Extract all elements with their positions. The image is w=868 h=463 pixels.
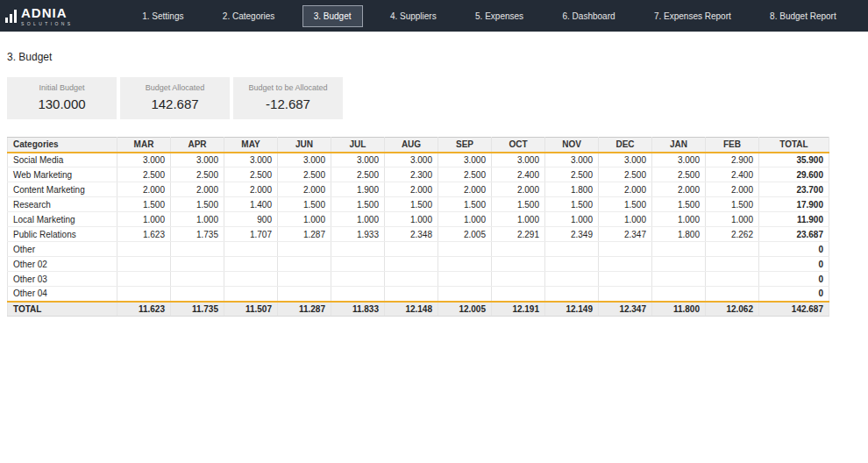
cell[interactable]: 1.800 bbox=[545, 182, 599, 197]
cell[interactable]: 1.000 bbox=[278, 212, 331, 227]
cell[interactable]: 2.000 bbox=[438, 182, 492, 197]
cell[interactable]: 1.707 bbox=[224, 227, 278, 242]
cell[interactable]: 2.000 bbox=[278, 182, 331, 197]
row-total[interactable]: 23.687 bbox=[759, 227, 829, 242]
cell[interactable] bbox=[599, 257, 652, 272]
cell[interactable] bbox=[545, 257, 599, 272]
cell[interactable]: 2.000 bbox=[599, 182, 652, 197]
row-category[interactable]: Local Marketing bbox=[8, 212, 117, 227]
cell[interactable]: 1.500 bbox=[331, 197, 385, 212]
cell[interactable] bbox=[385, 287, 438, 302]
cell[interactable]: 2.500 bbox=[438, 167, 492, 182]
cell[interactable] bbox=[706, 242, 759, 257]
cell[interactable]: 1.500 bbox=[117, 197, 171, 212]
cell[interactable] bbox=[331, 272, 385, 287]
cell[interactable]: 2.500 bbox=[331, 167, 385, 182]
cell[interactable]: 2.291 bbox=[492, 227, 545, 242]
cell[interactable]: 1.000 bbox=[492, 212, 545, 227]
cell[interactable]: 1.000 bbox=[385, 212, 438, 227]
cell[interactable]: 2.400 bbox=[492, 167, 545, 182]
cell[interactable]: 2.900 bbox=[706, 153, 759, 167]
cell[interactable]: 2.400 bbox=[706, 167, 759, 182]
cell[interactable]: 1.500 bbox=[278, 197, 331, 212]
row-total[interactable]: 0 bbox=[759, 257, 829, 272]
cell[interactable]: 2.000 bbox=[492, 182, 545, 197]
cell[interactable] bbox=[171, 272, 224, 287]
cell[interactable] bbox=[652, 242, 706, 257]
cell[interactable]: 1.900 bbox=[331, 182, 385, 197]
cell[interactable]: 1.623 bbox=[117, 227, 171, 242]
cell[interactable]: 3.000 bbox=[331, 153, 385, 167]
cell[interactable]: 2.500 bbox=[652, 167, 706, 182]
cell[interactable]: 3.000 bbox=[385, 153, 438, 167]
nav-tab-5[interactable]: 5. Expenses bbox=[464, 5, 535, 27]
cell[interactable]: 2.348 bbox=[385, 227, 438, 242]
cell[interactable]: 2.500 bbox=[545, 167, 599, 182]
nav-tab-4[interactable]: 4. Suppliers bbox=[379, 5, 448, 27]
cell[interactable] bbox=[545, 272, 599, 287]
cell[interactable]: 1.800 bbox=[652, 227, 706, 242]
cell[interactable] bbox=[652, 272, 706, 287]
cell[interactable] bbox=[224, 287, 278, 302]
cell[interactable]: 2.500 bbox=[171, 167, 224, 182]
cell[interactable] bbox=[117, 242, 171, 257]
cell[interactable] bbox=[171, 257, 224, 272]
cell[interactable]: 2.347 bbox=[599, 227, 652, 242]
cell[interactable] bbox=[599, 287, 652, 302]
cell[interactable] bbox=[278, 287, 331, 302]
row-total[interactable]: 17.900 bbox=[759, 197, 829, 212]
cell[interactable] bbox=[171, 287, 224, 302]
cell[interactable]: 2.500 bbox=[117, 167, 171, 182]
cell[interactable]: 2.000 bbox=[117, 182, 171, 197]
cell[interactable]: 3.000 bbox=[117, 153, 171, 167]
cell[interactable]: 3.000 bbox=[545, 153, 599, 167]
cell[interactable]: 3.000 bbox=[492, 153, 545, 167]
cell[interactable] bbox=[438, 287, 492, 302]
cell[interactable]: 2.000 bbox=[224, 182, 278, 197]
cell[interactable]: 3.000 bbox=[652, 153, 706, 167]
cell[interactable] bbox=[706, 287, 759, 302]
cell[interactable]: 2.262 bbox=[706, 227, 759, 242]
cell[interactable] bbox=[706, 272, 759, 287]
cell[interactable]: 3.000 bbox=[224, 153, 278, 167]
cell[interactable]: 2.000 bbox=[385, 182, 438, 197]
row-category[interactable]: Content Marketing bbox=[8, 182, 117, 197]
cell[interactable] bbox=[545, 287, 599, 302]
row-total[interactable]: 0 bbox=[759, 272, 829, 287]
cell[interactable]: 2.300 bbox=[385, 167, 438, 182]
cell[interactable] bbox=[599, 242, 652, 257]
row-total[interactable]: 0 bbox=[759, 242, 829, 257]
cell[interactable]: 1.500 bbox=[545, 197, 599, 212]
row-total[interactable]: 23.700 bbox=[759, 182, 829, 197]
cell[interactable] bbox=[438, 242, 492, 257]
row-total[interactable]: 35.900 bbox=[759, 153, 829, 167]
cell[interactable] bbox=[492, 272, 545, 287]
row-category[interactable]: Web Marketing bbox=[8, 167, 117, 182]
cell[interactable]: 1.500 bbox=[599, 197, 652, 212]
cell[interactable]: 1.000 bbox=[117, 212, 171, 227]
cell[interactable] bbox=[117, 257, 171, 272]
cell[interactable]: 3.000 bbox=[599, 153, 652, 167]
cell[interactable]: 1.000 bbox=[545, 212, 599, 227]
cell[interactable] bbox=[492, 257, 545, 272]
cell[interactable]: 2.000 bbox=[171, 182, 224, 197]
cell[interactable]: 2.000 bbox=[652, 182, 706, 197]
cell[interactable]: 3.000 bbox=[438, 153, 492, 167]
cell[interactable]: 2.500 bbox=[599, 167, 652, 182]
cell[interactable] bbox=[278, 242, 331, 257]
cell[interactable]: 2.500 bbox=[224, 167, 278, 182]
cell[interactable] bbox=[278, 272, 331, 287]
cell[interactable]: 1.287 bbox=[278, 227, 331, 242]
cell[interactable]: 2.000 bbox=[706, 182, 759, 197]
cell[interactable] bbox=[331, 242, 385, 257]
row-category[interactable]: Social Media bbox=[8, 153, 117, 167]
cell[interactable]: 1.000 bbox=[171, 212, 224, 227]
cell[interactable] bbox=[438, 257, 492, 272]
cell[interactable]: 1.000 bbox=[652, 212, 706, 227]
cell[interactable]: 2.500 bbox=[278, 167, 331, 182]
cell[interactable]: 1.500 bbox=[706, 197, 759, 212]
cell[interactable]: 1.500 bbox=[385, 197, 438, 212]
cell[interactable] bbox=[385, 242, 438, 257]
cell[interactable] bbox=[278, 257, 331, 272]
cell[interactable] bbox=[331, 287, 385, 302]
